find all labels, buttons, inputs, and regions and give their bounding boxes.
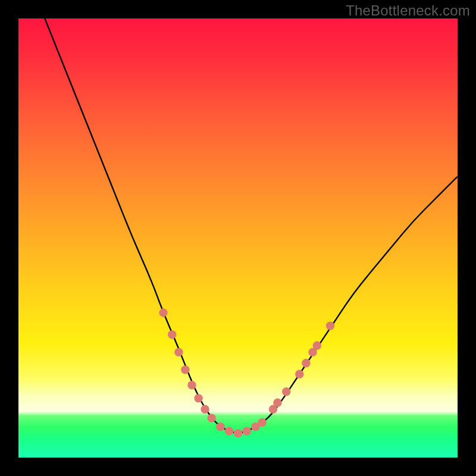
marker-dot	[225, 427, 233, 436]
marker-dot	[181, 365, 189, 374]
marker-dot	[295, 370, 303, 378]
chart-frame: TheBottleneck.com	[0, 0, 476, 476]
marker-dot	[174, 348, 183, 356]
watermark-text: TheBottleneck.com	[346, 2, 470, 19]
marker-dot	[282, 387, 290, 396]
marker-dot	[159, 308, 167, 317]
marker-dot	[208, 414, 216, 422]
marker-dot	[326, 321, 334, 330]
marker-dot	[258, 418, 266, 427]
marker-dot	[216, 422, 224, 431]
marker-dot	[273, 399, 281, 407]
marker-dot	[302, 359, 310, 367]
marker-group	[159, 308, 334, 437]
marker-dot	[243, 427, 251, 436]
marker-dot	[234, 429, 242, 437]
bottleneck-curve-path	[45, 18, 458, 433]
marker-dot	[201, 405, 209, 414]
chart-plot-area	[18, 18, 458, 458]
marker-dot	[187, 381, 196, 389]
marker-dot	[168, 330, 176, 339]
chart-svg	[18, 18, 458, 458]
marker-dot	[194, 394, 202, 402]
marker-dot	[313, 342, 321, 350]
